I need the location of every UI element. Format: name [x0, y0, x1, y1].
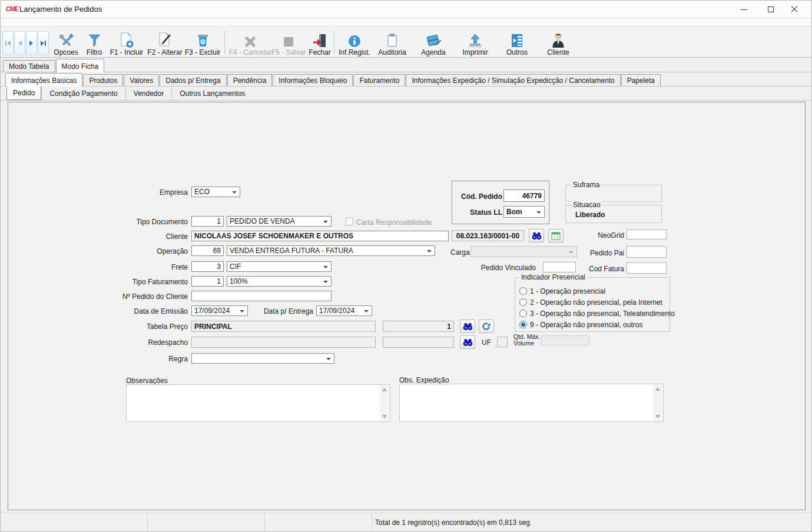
clipboard-icon	[385, 29, 399, 48]
tab-faturamento[interactable]: Faturamento	[353, 74, 405, 86]
operacao-select[interactable]: VENDA ENTREGA FUTURA - FATURA	[227, 245, 435, 256]
toolbar: Opcoes Filtro F1 - Incluir F2 - Alterar …	[1, 26, 811, 58]
outros-button[interactable]: Outros	[499, 28, 535, 56]
qtd-max-volume-label: Qtd. Máx. Volume	[513, 334, 541, 347]
obs-expedicao-textarea[interactable]	[399, 384, 664, 422]
fechar-button[interactable]: Fechar	[306, 28, 334, 56]
tab-pedido[interactable]: Pedido	[6, 86, 41, 100]
observacoes-scrollbar[interactable]	[380, 385, 389, 421]
close-icon	[791, 6, 798, 13]
binoculars-icon	[463, 322, 473, 331]
radio-nao-presencial-outros[interactable]	[519, 321, 527, 328]
data-emissao-label: Data de Emissão	[90, 307, 188, 315]
radio-operacao-presencial[interactable]	[519, 287, 527, 295]
data-emissao-picker[interactable]: 17/09/2024	[191, 305, 248, 316]
nav-last-button[interactable]	[38, 31, 49, 55]
agenda-book-icon	[425, 29, 442, 48]
tab-informacoes-expedicao[interactable]: Informações Expedição / Simulação Expedi…	[406, 74, 620, 86]
print-icon	[468, 29, 483, 48]
tab-modo-ficha[interactable]: Modo Ficha	[56, 59, 105, 72]
scroll-down-icon[interactable]	[382, 415, 387, 418]
observacoes-textarea[interactable]	[126, 384, 390, 422]
cod-fatura-label: Cod Fatura	[565, 265, 624, 273]
opcoes-button[interactable]: Opcoes	[49, 28, 83, 56]
list-icon	[510, 29, 524, 48]
close-button[interactable]	[781, 1, 808, 18]
tipo-faturamento-select[interactable]: 100%	[227, 276, 332, 287]
scroll-down-icon[interactable]	[655, 415, 660, 418]
tabela-preco-refresh-button[interactable]	[479, 320, 494, 333]
tab-dados-entrega[interactable]: Dados p/ Entrega	[160, 74, 226, 86]
tab-informacoes-basicas[interactable]: Informações Basicas	[5, 73, 82, 87]
data-entrega-label: Data p/ Entrega	[248, 307, 313, 315]
operacao-code-input[interactable]: 69	[191, 245, 224, 256]
frete-label: Frete	[90, 263, 188, 271]
tab-modo-tabela[interactable]: Modo Tabela	[3, 60, 55, 72]
info-icon	[347, 29, 362, 48]
tab-pendencia[interactable]: Pendência	[227, 74, 273, 86]
cliente-button[interactable]: Cliente	[540, 28, 576, 56]
tab-vendedor[interactable]: Vendedor	[125, 87, 171, 100]
obs-expedicao-scrollbar[interactable]	[653, 385, 662, 421]
tab-outros-lancamentos[interactable]: Outros Lançamentos	[171, 87, 253, 100]
carta-responsabilidade-checkbox[interactable]	[346, 218, 353, 225]
frete-select[interactable]: CIF	[227, 261, 332, 272]
agenda-button[interactable]: Agenda	[415, 28, 452, 56]
person-icon	[551, 29, 566, 48]
last-record-icon	[40, 40, 47, 46]
mode-tab-bar: Modo Tabela Modo Ficha	[1, 58, 811, 72]
carga-label: Carga	[450, 248, 470, 257]
nav-prev-button[interactable]	[14, 31, 25, 55]
regra-select[interactable]	[191, 353, 334, 364]
nav-first-button[interactable]	[2, 31, 14, 55]
next-record-icon	[28, 40, 35, 46]
tabela-preco-search-button[interactable]	[460, 320, 475, 333]
num-pedido-cliente-label: Nº Pedido do Cliente	[90, 292, 188, 301]
tab-produtos[interactable]: Produtos	[83, 74, 123, 86]
neogrid-input[interactable]	[627, 230, 667, 240]
tab-valores[interactable]: Valores	[124, 74, 159, 86]
cod-fatura-input[interactable]	[627, 262, 667, 274]
empresa-select[interactable]: ECO	[191, 187, 240, 197]
tab-condicao-pagamento[interactable]: Condição Pagamento	[41, 87, 125, 100]
tipo-documento-select[interactable]: PEDIDO DE VENDA	[227, 216, 332, 227]
situacao-label: Situacao	[571, 201, 602, 209]
cliente-input[interactable]: NICOLAAS JOSEF SCHOENMAKER E OUTROS	[191, 231, 449, 241]
pedido-vinculado-label: Pedido Vinculado	[453, 264, 536, 272]
radio-nao-presencial-teleatendimento[interactable]	[519, 310, 527, 317]
cliente-search-button[interactable]	[529, 229, 544, 242]
first-record-icon	[5, 40, 11, 46]
num-pedido-cliente-input[interactable]	[191, 291, 332, 301]
data-entrega-picker[interactable]: 17/09/2024	[316, 305, 372, 316]
tipo-documento-label: Tipo Documento	[90, 218, 188, 226]
binoculars-icon	[532, 232, 542, 240]
cnpj-field: 08.023.163/0001-00	[452, 230, 524, 241]
refresh-icon	[482, 322, 490, 330]
tab-papeleta[interactable]: Papeleta	[621, 74, 661, 86]
radio-nao-presencial-teleatendimento-label: 3 - Operação não presencial, Teleatendim…	[530, 310, 675, 318]
scroll-up-icon[interactable]	[655, 387, 660, 391]
status-ll-select[interactable]: Bom	[503, 206, 545, 218]
window-title: Lançamento de Pedidos	[19, 5, 102, 14]
auditoria-button[interactable]: Auditoria	[374, 28, 410, 56]
uf-label: UF	[482, 338, 491, 347]
cliente-calendar-button[interactable]	[548, 229, 564, 242]
pedido-pai-input[interactable]	[627, 246, 667, 258]
tipo-documento-code-input[interactable]: 1	[191, 216, 224, 227]
imprimir-button[interactable]: Imprimir	[456, 28, 494, 56]
minimize-icon	[741, 9, 747, 10]
redespacho-search-button[interactable]	[460, 335, 475, 349]
inf-regist-button[interactable]: Inf.Regist.	[335, 28, 374, 56]
f3-excluir-button[interactable]: F3 - Excluir	[181, 28, 224, 56]
radio-nao-presencial-outros-label: 9 - Operação não presencial, outros	[530, 321, 642, 329]
tab-informacoes-bloqueio[interactable]: Informações Bloqueio	[273, 74, 353, 86]
radio-nao-presencial-internet[interactable]	[519, 298, 527, 306]
frete-code-input[interactable]: 3	[191, 261, 224, 272]
previous-record-icon	[16, 40, 23, 46]
menu-strip	[1, 19, 811, 26]
tipo-faturamento-code-input[interactable]: 1	[191, 276, 224, 287]
trash-icon	[196, 29, 210, 48]
minimize-button[interactable]	[730, 1, 757, 18]
scroll-up-icon[interactable]	[382, 388, 387, 391]
nav-next-button[interactable]	[26, 31, 37, 55]
